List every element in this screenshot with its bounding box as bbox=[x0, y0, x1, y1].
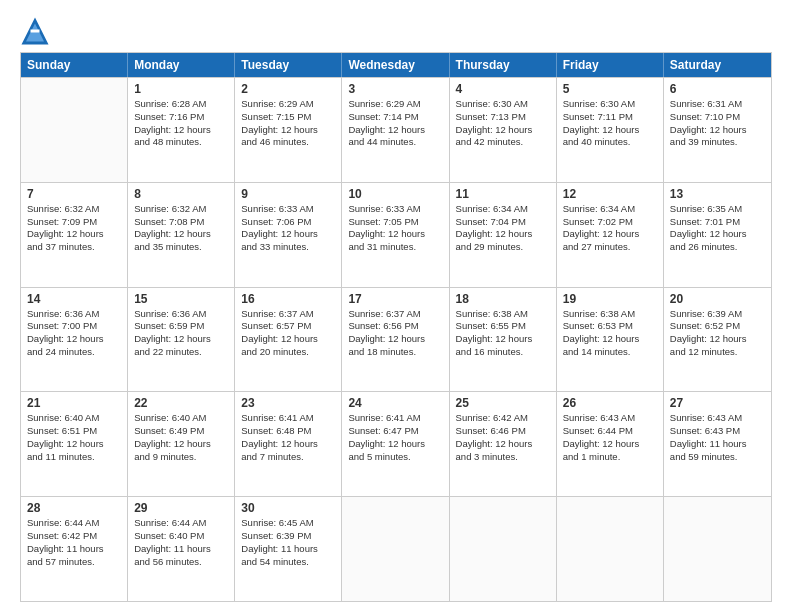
day-cell-17: 17Sunrise: 6:37 AMSunset: 6:56 PMDayligh… bbox=[342, 288, 449, 392]
day-number: 23 bbox=[241, 396, 335, 410]
day-number: 15 bbox=[134, 292, 228, 306]
cell-info: Sunrise: 6:34 AMSunset: 7:02 PMDaylight:… bbox=[563, 203, 657, 254]
day-cell-22: 22Sunrise: 6:40 AMSunset: 6:49 PMDayligh… bbox=[128, 392, 235, 496]
day-cell-29: 29Sunrise: 6:44 AMSunset: 6:40 PMDayligh… bbox=[128, 497, 235, 601]
day-number: 27 bbox=[670, 396, 765, 410]
day-cell-28: 28Sunrise: 6:44 AMSunset: 6:42 PMDayligh… bbox=[21, 497, 128, 601]
cell-info: Sunrise: 6:44 AMSunset: 6:40 PMDaylight:… bbox=[134, 517, 228, 568]
header-day-thursday: Thursday bbox=[450, 53, 557, 77]
cell-info: Sunrise: 6:41 AMSunset: 6:48 PMDaylight:… bbox=[241, 412, 335, 463]
cell-info: Sunrise: 6:33 AMSunset: 7:05 PMDaylight:… bbox=[348, 203, 442, 254]
day-number: 22 bbox=[134, 396, 228, 410]
logo-icon bbox=[20, 16, 50, 46]
day-cell-16: 16Sunrise: 6:37 AMSunset: 6:57 PMDayligh… bbox=[235, 288, 342, 392]
cell-info: Sunrise: 6:32 AMSunset: 7:09 PMDaylight:… bbox=[27, 203, 121, 254]
day-number: 16 bbox=[241, 292, 335, 306]
cell-info: Sunrise: 6:36 AMSunset: 7:00 PMDaylight:… bbox=[27, 308, 121, 359]
cell-info: Sunrise: 6:36 AMSunset: 6:59 PMDaylight:… bbox=[134, 308, 228, 359]
day-number: 8 bbox=[134, 187, 228, 201]
cell-info: Sunrise: 6:30 AMSunset: 7:11 PMDaylight:… bbox=[563, 98, 657, 149]
day-cell-23: 23Sunrise: 6:41 AMSunset: 6:48 PMDayligh… bbox=[235, 392, 342, 496]
day-cell-7: 7Sunrise: 6:32 AMSunset: 7:09 PMDaylight… bbox=[21, 183, 128, 287]
empty-cell-4-3 bbox=[342, 497, 449, 601]
cell-info: Sunrise: 6:37 AMSunset: 6:57 PMDaylight:… bbox=[241, 308, 335, 359]
cell-info: Sunrise: 6:34 AMSunset: 7:04 PMDaylight:… bbox=[456, 203, 550, 254]
calendar-row-0: 1Sunrise: 6:28 AMSunset: 7:16 PMDaylight… bbox=[21, 77, 771, 182]
calendar: SundayMondayTuesdayWednesdayThursdayFrid… bbox=[20, 52, 772, 602]
cell-info: Sunrise: 6:40 AMSunset: 6:49 PMDaylight:… bbox=[134, 412, 228, 463]
header-day-wednesday: Wednesday bbox=[342, 53, 449, 77]
day-cell-6: 6Sunrise: 6:31 AMSunset: 7:10 PMDaylight… bbox=[664, 78, 771, 182]
cell-info: Sunrise: 6:30 AMSunset: 7:13 PMDaylight:… bbox=[456, 98, 550, 149]
header-day-tuesday: Tuesday bbox=[235, 53, 342, 77]
day-cell-21: 21Sunrise: 6:40 AMSunset: 6:51 PMDayligh… bbox=[21, 392, 128, 496]
empty-cell-4-6 bbox=[664, 497, 771, 601]
cell-info: Sunrise: 6:39 AMSunset: 6:52 PMDaylight:… bbox=[670, 308, 765, 359]
cell-info: Sunrise: 6:43 AMSunset: 6:44 PMDaylight:… bbox=[563, 412, 657, 463]
cell-info: Sunrise: 6:41 AMSunset: 6:47 PMDaylight:… bbox=[348, 412, 442, 463]
day-cell-4: 4Sunrise: 6:30 AMSunset: 7:13 PMDaylight… bbox=[450, 78, 557, 182]
cell-info: Sunrise: 6:31 AMSunset: 7:10 PMDaylight:… bbox=[670, 98, 765, 149]
cell-info: Sunrise: 6:32 AMSunset: 7:08 PMDaylight:… bbox=[134, 203, 228, 254]
day-cell-26: 26Sunrise: 6:43 AMSunset: 6:44 PMDayligh… bbox=[557, 392, 664, 496]
empty-cell-0-0 bbox=[21, 78, 128, 182]
day-number: 4 bbox=[456, 82, 550, 96]
day-cell-27: 27Sunrise: 6:43 AMSunset: 6:43 PMDayligh… bbox=[664, 392, 771, 496]
cell-info: Sunrise: 6:33 AMSunset: 7:06 PMDaylight:… bbox=[241, 203, 335, 254]
day-number: 30 bbox=[241, 501, 335, 515]
day-number: 28 bbox=[27, 501, 121, 515]
day-cell-30: 30Sunrise: 6:45 AMSunset: 6:39 PMDayligh… bbox=[235, 497, 342, 601]
day-number: 19 bbox=[563, 292, 657, 306]
cell-info: Sunrise: 6:35 AMSunset: 7:01 PMDaylight:… bbox=[670, 203, 765, 254]
page: SundayMondayTuesdayWednesdayThursdayFrid… bbox=[0, 0, 792, 612]
day-number: 6 bbox=[670, 82, 765, 96]
calendar-header: SundayMondayTuesdayWednesdayThursdayFrid… bbox=[21, 53, 771, 77]
day-number: 2 bbox=[241, 82, 335, 96]
header-day-monday: Monday bbox=[128, 53, 235, 77]
day-cell-1: 1Sunrise: 6:28 AMSunset: 7:16 PMDaylight… bbox=[128, 78, 235, 182]
day-number: 20 bbox=[670, 292, 765, 306]
day-number: 25 bbox=[456, 396, 550, 410]
day-number: 29 bbox=[134, 501, 228, 515]
svg-rect-2 bbox=[31, 30, 40, 33]
day-cell-3: 3Sunrise: 6:29 AMSunset: 7:14 PMDaylight… bbox=[342, 78, 449, 182]
day-cell-19: 19Sunrise: 6:38 AMSunset: 6:53 PMDayligh… bbox=[557, 288, 664, 392]
day-number: 10 bbox=[348, 187, 442, 201]
cell-info: Sunrise: 6:45 AMSunset: 6:39 PMDaylight:… bbox=[241, 517, 335, 568]
day-number: 1 bbox=[134, 82, 228, 96]
header-day-sunday: Sunday bbox=[21, 53, 128, 77]
day-number: 5 bbox=[563, 82, 657, 96]
cell-info: Sunrise: 6:42 AMSunset: 6:46 PMDaylight:… bbox=[456, 412, 550, 463]
day-cell-24: 24Sunrise: 6:41 AMSunset: 6:47 PMDayligh… bbox=[342, 392, 449, 496]
calendar-row-1: 7Sunrise: 6:32 AMSunset: 7:09 PMDaylight… bbox=[21, 182, 771, 287]
day-cell-11: 11Sunrise: 6:34 AMSunset: 7:04 PMDayligh… bbox=[450, 183, 557, 287]
calendar-row-3: 21Sunrise: 6:40 AMSunset: 6:51 PMDayligh… bbox=[21, 391, 771, 496]
day-cell-5: 5Sunrise: 6:30 AMSunset: 7:11 PMDaylight… bbox=[557, 78, 664, 182]
cell-info: Sunrise: 6:38 AMSunset: 6:55 PMDaylight:… bbox=[456, 308, 550, 359]
day-number: 3 bbox=[348, 82, 442, 96]
calendar-row-4: 28Sunrise: 6:44 AMSunset: 6:42 PMDayligh… bbox=[21, 496, 771, 601]
day-cell-18: 18Sunrise: 6:38 AMSunset: 6:55 PMDayligh… bbox=[450, 288, 557, 392]
day-cell-13: 13Sunrise: 6:35 AMSunset: 7:01 PMDayligh… bbox=[664, 183, 771, 287]
day-number: 13 bbox=[670, 187, 765, 201]
cell-info: Sunrise: 6:43 AMSunset: 6:43 PMDaylight:… bbox=[670, 412, 765, 463]
cell-info: Sunrise: 6:28 AMSunset: 7:16 PMDaylight:… bbox=[134, 98, 228, 149]
day-number: 26 bbox=[563, 396, 657, 410]
day-number: 21 bbox=[27, 396, 121, 410]
day-cell-8: 8Sunrise: 6:32 AMSunset: 7:08 PMDaylight… bbox=[128, 183, 235, 287]
day-number: 11 bbox=[456, 187, 550, 201]
calendar-body: 1Sunrise: 6:28 AMSunset: 7:16 PMDaylight… bbox=[21, 77, 771, 601]
logo bbox=[20, 16, 54, 46]
day-cell-14: 14Sunrise: 6:36 AMSunset: 7:00 PMDayligh… bbox=[21, 288, 128, 392]
empty-cell-4-4 bbox=[450, 497, 557, 601]
cell-info: Sunrise: 6:29 AMSunset: 7:15 PMDaylight:… bbox=[241, 98, 335, 149]
cell-info: Sunrise: 6:40 AMSunset: 6:51 PMDaylight:… bbox=[27, 412, 121, 463]
day-cell-9: 9Sunrise: 6:33 AMSunset: 7:06 PMDaylight… bbox=[235, 183, 342, 287]
day-number: 12 bbox=[563, 187, 657, 201]
day-number: 18 bbox=[456, 292, 550, 306]
header-day-friday: Friday bbox=[557, 53, 664, 77]
header-day-saturday: Saturday bbox=[664, 53, 771, 77]
day-number: 14 bbox=[27, 292, 121, 306]
calendar-row-2: 14Sunrise: 6:36 AMSunset: 7:00 PMDayligh… bbox=[21, 287, 771, 392]
day-cell-2: 2Sunrise: 6:29 AMSunset: 7:15 PMDaylight… bbox=[235, 78, 342, 182]
